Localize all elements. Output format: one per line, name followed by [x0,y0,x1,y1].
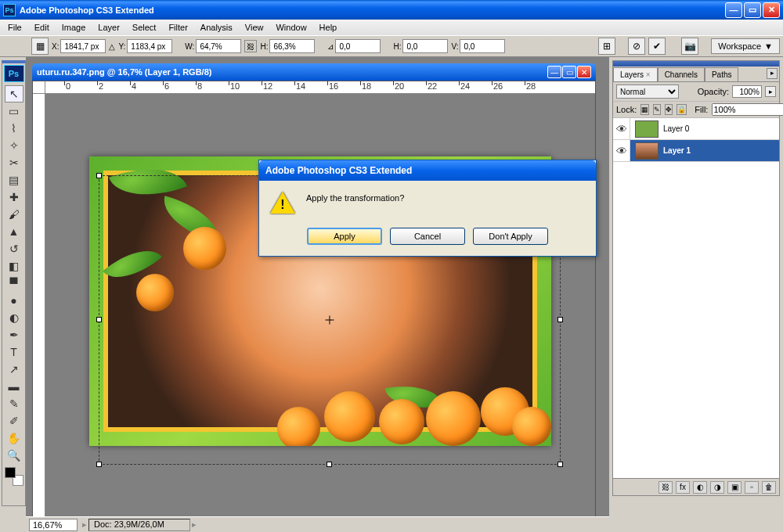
tab-layers[interactable]: Layers [613,67,658,81]
status-doc-size[interactable]: Doc: 23,9M/26,0M [88,519,190,531]
commit-transform-icon[interactable]: ✔ [648,38,666,55]
angle-input[interactable] [335,39,381,53]
dialog-title[interactable]: Adobe Photoshop CS3 Extended [259,160,596,181]
notes-tool[interactable]: ✎ [5,395,23,412]
vertical-ruler[interactable] [33,94,45,516]
layer-thumbnail[interactable] [635,120,659,138]
shape-tool[interactable]: ▬ [5,378,23,395]
hskew-input[interactable] [402,39,448,53]
layer-group-icon[interactable]: ▣ [727,481,742,494]
heal-tool[interactable]: ✚ [5,189,23,206]
doc-close-button[interactable]: ✕ [577,66,591,78]
layer-name-label[interactable]: Layer 1 [663,146,779,155]
brush-tool[interactable]: 🖌 [5,206,23,223]
h-input[interactable] [269,39,315,53]
link-wh-icon[interactable]: ⛓ [244,40,257,52]
dodge-tool[interactable]: ◐ [5,309,23,326]
layer-style-icon[interactable]: fx [676,481,690,494]
lock-all-icon[interactable]: 🔒 [677,104,687,115]
hand-tool[interactable]: ✋ [5,430,23,447]
canvas-viewport[interactable] [45,94,595,516]
blend-mode-select[interactable]: Normal [616,84,679,99]
transform-handle-sw[interactable] [96,462,102,467]
doc-maximize-button[interactable]: ▭ [562,66,576,78]
type-tool[interactable]: T [5,343,23,361]
layer-row[interactable]: 👁 Layer 1 [613,140,779,162]
stamp-tool[interactable]: ▲ [5,223,23,240]
workspace-button[interactable]: Workspace ▼ [711,38,780,54]
apply-button[interactable]: Apply [307,228,382,245]
w-input[interactable] [196,39,241,53]
cancel-button[interactable]: Cancel [390,228,465,245]
eyedropper-tool[interactable]: ✐ [5,412,23,430]
menu-edit[interactable]: Edit [28,21,56,34]
crop-tool[interactable]: ✂ [5,154,23,171]
tab-channels[interactable]: Channels [658,67,705,81]
lock-label: Lock: [616,105,637,114]
gradient-tool[interactable]: ▀ [5,275,23,292]
path-tool[interactable]: ↗ [5,361,23,378]
layer-row[interactable]: 👁 Layer 0 [613,118,779,140]
document-titlebar[interactable]: uturu.ru.347.png @ 16,7% (Layer 1, RGB/8… [32,63,596,81]
ruler-origin[interactable] [33,81,45,94]
color-swatches[interactable] [5,467,23,486]
menu-layer[interactable]: Layer [92,21,126,34]
panel-menu-icon[interactable]: ▸ [767,68,778,79]
layer-mask-icon[interactable]: ◐ [693,481,707,494]
menu-view[interactable]: View [239,21,270,34]
menu-file[interactable]: File [2,21,28,34]
layer-name-label[interactable]: Layer 0 [663,124,779,133]
app-title: Adobe Photoshop CS3 Extended [20,5,725,15]
menu-window[interactable]: Window [269,21,312,34]
marquee-tool[interactable]: ▭ [5,102,23,120]
warp-icon[interactable]: ⊞ [598,38,615,55]
link-layers-icon[interactable]: ⛓ [659,481,673,494]
bridge-icon[interactable]: 📷 [681,38,698,55]
layer-thumbnail[interactable] [635,142,659,160]
zoom-tool[interactable]: 🔍 [5,447,23,464]
menu-help[interactable]: Help [313,21,344,34]
lock-pixels-icon[interactable]: ✎ [653,104,661,115]
tab-paths[interactable]: Paths [705,67,739,81]
lock-position-icon[interactable]: ✥ [665,104,673,115]
slice-tool[interactable]: ▤ [5,171,23,189]
zoom-input[interactable] [29,519,78,531]
y-input[interactable] [127,39,172,53]
transform-handle-se[interactable] [557,462,563,467]
history-brush-tool[interactable]: ↺ [5,240,23,257]
lasso-tool[interactable]: ⌇ [5,120,23,137]
menu-filter[interactable]: Filter [162,21,193,34]
wand-tool[interactable]: ✧ [5,137,23,154]
x-input[interactable] [60,39,106,53]
doc-minimize-button[interactable]: — [547,66,561,78]
blur-tool[interactable]: ● [5,292,23,309]
new-layer-icon[interactable]: ▫ [745,481,759,494]
visibility-icon[interactable]: 👁 [613,140,630,161]
foreground-color-swatch[interactable] [5,467,16,478]
transform-handle-e[interactable] [557,317,563,322]
opacity-flyout-icon[interactable]: ▸ [765,86,776,97]
horizontal-ruler[interactable]: 0 2 4 6 8 10 12 14 16 18 20 22 24 26 28 [45,81,595,94]
menu-image[interactable]: Image [56,21,92,34]
transform-handle-s[interactable] [327,462,332,467]
status-menu-icon[interactable]: ▸ [190,519,198,530]
opacity-input[interactable] [732,85,762,98]
delete-layer-icon[interactable]: 🗑 [762,481,776,494]
maximize-button[interactable]: ▭ [744,2,761,18]
vskew-input[interactable] [460,39,505,53]
fill-input[interactable] [712,103,783,116]
eraser-tool[interactable]: ◧ [5,257,23,275]
lock-transparency-icon[interactable]: ▦ [640,104,649,115]
visibility-icon[interactable]: 👁 [613,118,630,139]
move-tool[interactable]: ↖ [5,85,23,102]
close-button[interactable]: ✕ [763,2,780,18]
menu-analysis[interactable]: Analysis [194,21,239,34]
status-chevron-icon[interactable]: ▸ [81,519,88,530]
minimize-button[interactable]: — [725,2,742,18]
cancel-transform-icon[interactable]: ⊘ [628,38,645,55]
pen-tool[interactable]: ✒ [5,326,23,343]
reference-point-icon[interactable]: ▦ [31,38,49,55]
menu-select[interactable]: Select [126,21,163,34]
adjustment-layer-icon[interactable]: ◑ [710,481,724,494]
dont-apply-button[interactable]: Don't Apply [473,228,548,245]
